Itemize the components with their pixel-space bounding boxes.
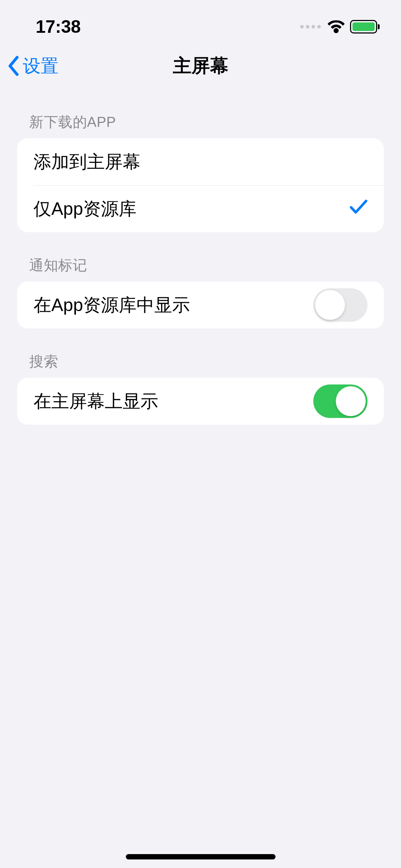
section-header-search: 搜索 xyxy=(17,329,384,378)
row-label: 在主屏幕上显示 xyxy=(34,389,158,413)
checkmark-icon xyxy=(350,199,367,219)
section-header-new-apps: 新下载的APP xyxy=(17,89,384,138)
toggle-show-in-app-library[interactable] xyxy=(313,288,367,322)
row-label: 在App资源库中显示 xyxy=(34,293,190,317)
toggle-show-on-home[interactable] xyxy=(313,384,367,418)
row-show-on-home: 在主屏幕上显示 xyxy=(17,378,384,425)
back-button[interactable]: 设置 xyxy=(7,54,58,78)
back-label: 设置 xyxy=(23,54,58,78)
cellular-dots-icon xyxy=(300,25,321,29)
status-time: 17:38 xyxy=(36,16,81,37)
battery-icon xyxy=(350,20,380,33)
chevron-left-icon xyxy=(7,55,20,77)
group-search: 在主屏幕上显示 xyxy=(17,378,384,425)
group-new-apps: 添加到主屏幕 仅App资源库 xyxy=(17,138,384,232)
content: 新下载的APP 添加到主屏幕 仅App资源库 通知标记 在App资源库中显示 搜… xyxy=(0,89,401,425)
option-add-to-home[interactable]: 添加到主屏幕 xyxy=(17,138,384,185)
nav-bar: 设置 主屏幕 xyxy=(0,43,401,89)
option-label: 仅App资源库 xyxy=(34,197,137,221)
status-right xyxy=(300,20,380,33)
option-label: 添加到主屏幕 xyxy=(34,150,140,174)
section-header-badges: 通知标记 xyxy=(17,232,384,281)
home-indicator[interactable] xyxy=(126,854,276,859)
status-bar: 17:38 xyxy=(0,0,401,43)
group-badges: 在App资源库中显示 xyxy=(17,281,384,329)
wifi-icon xyxy=(327,20,345,33)
option-app-library-only[interactable]: 仅App资源库 xyxy=(17,185,384,232)
row-show-in-app-library: 在App资源库中显示 xyxy=(17,281,384,329)
page-title: 主屏幕 xyxy=(173,53,228,78)
